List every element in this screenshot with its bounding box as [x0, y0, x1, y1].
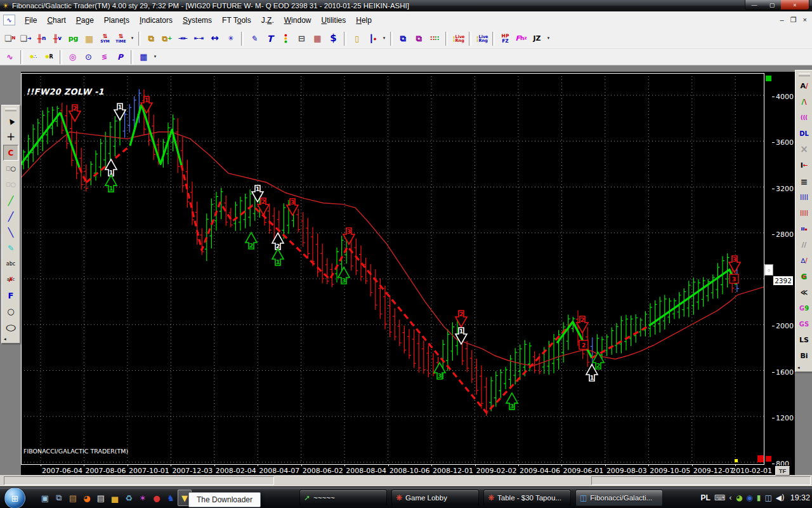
mdi-close-button[interactable]: ×: [803, 17, 807, 23]
fit-chart-icon[interactable]: ✳: [223, 30, 239, 47]
astro-wheel-icon[interactable]: ⊙: [81, 49, 96, 65]
print-icon[interactable]: ⊟: [294, 30, 310, 47]
pointer-tool-icon[interactable]: ▲: [3, 113, 18, 129]
live-range-blue-icon[interactable]: ¦Live Rng: [474, 30, 490, 47]
tile-windows-alt-icon[interactable]: ⧉: [411, 30, 427, 47]
planet-dots-icon[interactable]: ●∴: [25, 49, 41, 65]
pluto-tool-icon[interactable]: P: [112, 49, 128, 65]
text-delete-tool-icon[interactable]: abc✗: [3, 272, 18, 288]
intraday-bars-v-icon[interactable]: ╫v: [49, 30, 65, 47]
recycle-bin-icon[interactable]: ♻: [122, 490, 136, 506]
tile-windows-icon[interactable]: ⧉: [395, 30, 411, 47]
compress-bars-icon[interactable]: ⇥⇤: [175, 30, 191, 47]
marker-pen-tool-icon[interactable]: ✎: [3, 240, 18, 256]
ruler-icon[interactable]: ▯: [349, 30, 365, 47]
mdi-minimize-button[interactable]: –: [780, 17, 784, 23]
minimize-button[interactable]: —: [745, 0, 763, 10]
data-grid-icon[interactable]: ▦: [136, 49, 152, 65]
zoom-horizontal-icon[interactable]: ↔: [207, 30, 223, 47]
gann-fan-icon[interactable]: ≪: [797, 284, 812, 300]
speed-lines-icon[interactable]: /\: [797, 94, 812, 110]
dotted-grid-icon[interactable]: ∷∷: [427, 30, 443, 47]
red-app-icon[interactable]: ●: [150, 490, 164, 506]
snap-magnet-tool-icon[interactable]: C: [3, 145, 18, 161]
trendline-down-tool-icon[interactable]: ╲: [3, 224, 18, 240]
draw-pointer-icon[interactable]: ✎: [246, 30, 262, 47]
menu-item-utilities[interactable]: Utilities: [317, 13, 351, 27]
quote-board-icon[interactable]: ▦: [81, 30, 97, 47]
menu-item-ft-tools[interactable]: FT Tools: [217, 13, 256, 27]
gs-tool-icon[interactable]: GS: [797, 316, 812, 332]
horizontal-lines-icon[interactable]: ≡: [797, 173, 812, 189]
close-button[interactable]: ×: [781, 0, 809, 10]
new-chart-icon[interactable]: ❏N: [2, 30, 18, 47]
menu-item-help[interactable]: Help: [351, 13, 377, 27]
menu-item-window[interactable]: Window: [279, 13, 317, 27]
taskbar-button-table[interactable]: ❋Table - $30 Tapou...: [483, 490, 571, 506]
power-plug-icon[interactable]: ▮: [757, 494, 761, 502]
green-utility-icon[interactable]: ◕: [736, 494, 742, 502]
gann-grid-icon[interactable]: G≡: [797, 269, 812, 284]
hp-fz-icon[interactable]: HPFZ: [497, 30, 513, 47]
window-switcher-icon[interactable]: ⧉: [52, 490, 66, 506]
taskbar-button-downloads[interactable]: ➚~~~~~: [299, 490, 387, 506]
show-desktop-icon[interactable]: ▣: [38, 490, 52, 506]
symbol-icon[interactable]: ⇅SYM: [97, 30, 113, 47]
restore-button[interactable]: ▢: [763, 0, 781, 10]
chart-scrollbar[interactable]: ○: [764, 73, 773, 464]
network-icon[interactable]: ◫: [764, 494, 771, 502]
intraday-bars-n-icon[interactable]: ╫n: [34, 30, 49, 47]
bullseye-icon[interactable]: ◎: [65, 49, 81, 65]
scrollbar-thumb[interactable]: ○: [764, 264, 773, 276]
mdi-restore-button[interactable]: ❐: [790, 17, 797, 23]
triangle-wave-icon[interactable]: ∆/: [797, 253, 812, 269]
clock[interactable]: 19:32: [790, 493, 810, 502]
menu-item-page[interactable]: Page: [71, 13, 99, 27]
vertical-lines-blue-icon[interactable]: ||||: [797, 189, 812, 205]
calendar-icon[interactable]: ▦: [310, 30, 325, 47]
trendline-green-tool-icon[interactable]: ╱: [3, 192, 18, 208]
zoom-window-disabled-icon[interactable]: ◻○: [3, 177, 18, 192]
text-abc-tool-icon[interactable]: abc: [3, 256, 18, 272]
mini-bars-icon[interactable]: ıı▪: [797, 221, 812, 237]
expand-bars-icon[interactable]: ⇤⇥: [191, 30, 207, 47]
text-tool-icon[interactable]: T: [262, 30, 278, 47]
dl-tool-icon[interactable]: DL: [797, 126, 812, 142]
fhz-icon[interactable]: Fhz: [513, 30, 529, 47]
dollar-icon[interactable]: $: [325, 30, 341, 47]
ellipse-wide-tool-icon[interactable]: ○: [3, 319, 18, 335]
aspect-lines-icon[interactable]: ≶: [96, 49, 112, 65]
volume-icon[interactable]: ◀): [776, 494, 785, 502]
live-range-red-icon[interactable]: ¦Live Rng: [450, 30, 466, 47]
jz-caret[interactable]: ▾: [545, 30, 552, 47]
menu-item-systems[interactable]: Systems: [178, 13, 217, 27]
menu-item-planets[interactable]: Planets: [99, 13, 134, 27]
wave-tool-icon[interactable]: ∿: [2, 49, 18, 65]
documents-folder-icon[interactable]: ▅: [108, 490, 122, 506]
firefox-icon[interactable]: ◕: [80, 490, 94, 506]
time-icon[interactable]: ⇅TIME: [113, 30, 129, 47]
grid-caret[interactable]: ▾: [152, 49, 159, 65]
start-button[interactable]: ⊞: [4, 488, 25, 508]
ls-tool-icon[interactable]: LS: [797, 332, 812, 348]
taskbar-button-game-lobby[interactable]: ❋Game Lobby: [391, 490, 479, 506]
notepad-icon[interactable]: ▤: [94, 490, 108, 506]
andrews-pitchfork-icon[interactable]: A/: [797, 78, 812, 94]
planet-dots-r-icon[interactable]: ●R: [41, 49, 57, 65]
parallel-lines-icon[interactable]: //: [797, 237, 812, 253]
menu-item-indicators[interactable]: Indicators: [134, 13, 178, 27]
installer-folder-icon[interactable]: ▤: [66, 490, 80, 506]
bi-tool-icon[interactable]: Bi: [797, 348, 812, 364]
cross-trend-icon[interactable]: ×: [797, 142, 812, 157]
retracement-icon[interactable]: I←: [797, 157, 812, 173]
traffic-light-icon[interactable]: ●●●: [278, 30, 294, 47]
open-chart-icon[interactable]: ❏➜: [18, 30, 34, 47]
arc-tool-icon[interactable]: (((: [797, 110, 812, 126]
trendline-blue-tool-icon[interactable]: ╱: [3, 208, 18, 224]
page-icon[interactable]: pg: [65, 30, 81, 47]
tray-expand-icon[interactable]: ‹: [729, 494, 732, 502]
cascade-windows-icon[interactable]: ⧉: [143, 30, 159, 47]
vertical-lines-red-icon[interactable]: ||||: [797, 205, 812, 221]
blue-utility-icon[interactable]: ◉: [746, 494, 752, 502]
jz-icon[interactable]: JZ: [529, 30, 545, 47]
